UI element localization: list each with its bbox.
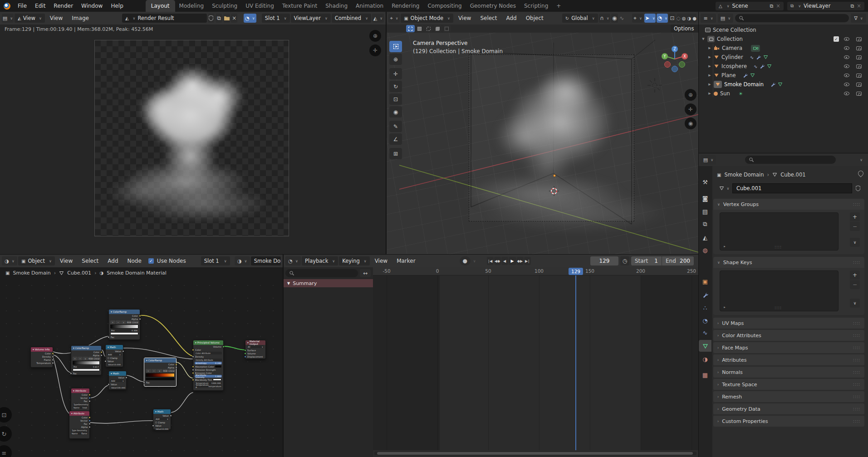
mode-dropdown[interactable]: ▣Object Mode∨: [401, 14, 453, 23]
node-math-1[interactable]: ▾Math Value Add∨ Clamp Value Value10.000: [105, 344, 123, 367]
render-result-image[interactable]: [94, 40, 289, 236]
add-menu[interactable]: Add: [103, 258, 122, 264]
filter-button[interactable]: ∇∨: [851, 14, 866, 23]
node-attribute-1[interactable]: ▾Attribute Color Vector Fac TypeGeometry…: [71, 388, 90, 412]
timeline-editor[interactable]: ◔∨ Playback∨ Keying∨ View Marker ● ∨ ∣◀ …: [284, 254, 699, 457]
panel-drag-dots-icon[interactable]: ::::: [853, 407, 860, 411]
tab-constraints[interactable]: ∿: [699, 327, 711, 339]
render-visibility-icon[interactable]: [856, 37, 862, 41]
data-type-button[interactable]: ∨: [716, 183, 732, 193]
eye-icon[interactable]: [844, 46, 849, 50]
properties-search-input[interactable]: [745, 156, 836, 164]
eye-icon[interactable]: [844, 83, 849, 86]
panel-drag-dots-icon[interactable]: ::::: [853, 260, 860, 265]
tab-scripting[interactable]: Scripting: [520, 3, 552, 9]
list-expand-icon[interactable]: ▸: [723, 245, 726, 248]
modifier-wrench-icon[interactable]: [756, 55, 761, 60]
eye-icon[interactable]: [844, 55, 849, 59]
camera-frame[interactable]: [469, 54, 634, 221]
shape-keys-list[interactable]: ▸ ::::: [720, 270, 839, 311]
driver-icon[interactable]: ∿: [750, 55, 754, 60]
camera-view-gizmo-icon[interactable]: ◉: [685, 118, 696, 129]
shading-mode-buttons[interactable]: ◌◍◑●: [677, 14, 696, 23]
panel-texture-space[interactable]: ›Texture Space::::: [713, 379, 864, 390]
material-name-field[interactable]: Smoke Domain Ma: [251, 256, 281, 265]
mesh-data-icon[interactable]: [778, 82, 783, 87]
remove-shape-key-button[interactable]: −: [850, 280, 860, 289]
tab-texture-paint[interactable]: Texture Paint: [278, 3, 321, 9]
modifier-wrench-icon[interactable]: [760, 64, 765, 69]
view-layer-selector[interactable]: ⧉∨ ViewLayer ⧉ ×: [787, 2, 864, 10]
menu-edit[interactable]: Edit: [31, 3, 49, 9]
transform-orientation-dropdown[interactable]: ↻Global∨: [562, 14, 598, 23]
driver-icon[interactable]: ∿: [754, 64, 757, 69]
breadcrumb-object[interactable]: Smoke Domain: [724, 172, 764, 178]
image-mode-dropdown[interactable]: ◭View∨: [15, 14, 45, 23]
current-frame-field[interactable]: 129: [590, 256, 618, 265]
properties-editor[interactable]: ▤∨ ∨ ⚒ ◙ ▤ ⧉ ◭ ◍ ▣ ∴ ◔ ∿ ◑ ▦ ▣ Smoke Dom…: [699, 153, 868, 457]
viewport-canvas[interactable]: Z Y X ⊕ ✛ ◉ Camera Perspective (129) Col…: [387, 25, 699, 254]
zoom-in-gizmo-icon[interactable]: ⊕: [369, 30, 381, 42]
list-expand-icon[interactable]: ▸: [723, 305, 726, 309]
image-editor[interactable]: ▤∨ ◭View∨ View Image ◭∨ Render Result ⧉ …: [0, 12, 386, 254]
select-mode-tweak[interactable]: [406, 25, 415, 32]
tab-world[interactable]: ◍: [699, 244, 711, 256]
node-colorramp-1[interactable]: ▾ColorRamp Color Alpha +−∨RGBLinear Pos0…: [108, 309, 140, 340]
shader-editor[interactable]: ◑∨ ▣Object∨ View Select Add Node ✓ Use N…: [0, 254, 283, 457]
mesh-data-icon[interactable]: [767, 64, 772, 69]
view-menu[interactable]: View: [371, 258, 392, 264]
row-collection[interactable]: ▼ Collection ✓: [699, 34, 868, 44]
panel-custom-properties[interactable]: ›Custom Properties::::: [713, 416, 864, 427]
node-material-output[interactable]: ▾Material Output All∨ Surface Volume Dis…: [245, 340, 266, 359]
blender-logo-icon[interactable]: [0, 3, 14, 10]
row-sun[interactable]: ▶ Sun ☀: [699, 89, 868, 98]
menu-file[interactable]: File: [14, 3, 31, 9]
row-scene-collection[interactable]: Scene Collection: [699, 25, 868, 34]
current-frame-badge[interactable]: 129: [569, 268, 583, 275]
tool-move[interactable]: ✛: [389, 68, 402, 79]
select-mode-paint[interactable]: [442, 25, 451, 32]
tab-render[interactable]: ◙: [699, 192, 711, 204]
image-datablock[interactable]: ◭∨ Render Result: [122, 14, 207, 23]
tool-add-cube[interactable]: ⊞: [389, 148, 402, 159]
fake-user-shield-button[interactable]: [852, 183, 864, 193]
shape-key-specials-button[interactable]: ∨: [850, 299, 860, 308]
jump-to-end-button[interactable]: ▶∣: [524, 257, 531, 265]
panel-shape-keys-header[interactable]: ∨ Shape Keys ::::: [713, 257, 864, 268]
scene-selector[interactable]: △∨ Scene ⧉ ×: [716, 2, 784, 10]
panel-attributes[interactable]: ›Attributes::::: [713, 354, 864, 365]
panel-drag-dots-icon[interactable]: ::::: [853, 333, 860, 338]
use-nodes-checkbox[interactable]: ✓: [148, 258, 154, 264]
render-visibility-icon[interactable]: [856, 55, 862, 59]
next-keyframe-button[interactable]: ◆▶: [517, 257, 524, 265]
editor-type-button[interactable]: ▤∨: [2, 14, 14, 23]
shader-type-dropdown[interactable]: ▣Object∨: [18, 256, 55, 265]
summary-channel[interactable]: ▼ Summary: [284, 279, 373, 287]
node-menu[interactable]: Node: [123, 258, 146, 264]
collection-checkbox-icon[interactable]: ✓: [834, 36, 839, 42]
play-reverse-button[interactable]: ◀: [501, 257, 508, 265]
render-visibility-icon[interactable]: [856, 74, 862, 78]
display-channels-button[interactable]: ◔∨: [244, 14, 256, 23]
panel-face-maps[interactable]: ›Face Maps::::: [713, 342, 864, 353]
mesh-data-icon[interactable]: [750, 73, 755, 78]
node-principled-volume[interactable]: ▾Principled Volume Volume Color Color At…: [193, 340, 224, 391]
tab-physics[interactable]: ◔: [699, 314, 711, 326]
use-preview-range-clock-icon[interactable]: ◷: [620, 256, 629, 265]
eye-icon[interactable]: [844, 92, 849, 95]
render-visibility-icon[interactable]: [856, 92, 862, 96]
fake-user-shield-icon[interactable]: [208, 14, 215, 23]
tab-object-data[interactable]: [699, 340, 711, 352]
tab-object[interactable]: ▣: [699, 275, 711, 287]
add-vertex-group-button[interactable]: +: [850, 212, 860, 221]
select-mode-box[interactable]: [415, 25, 424, 32]
select-menu[interactable]: Select: [78, 258, 103, 264]
add-workspace-button[interactable]: +: [552, 3, 565, 9]
slot-dropdown[interactable]: Slot 1∨: [262, 14, 290, 23]
timeline-canvas[interactable]: [373, 275, 699, 450]
unlink-image-icon[interactable]: ×: [231, 14, 237, 23]
viewport-3d[interactable]: ⌖∨ ▣Object Mode∨ View Select Add Object …: [387, 12, 699, 254]
panel-drag-dots-icon[interactable]: ::::: [853, 202, 860, 206]
remove-vertex-group-button[interactable]: −: [850, 222, 860, 231]
channel-search-input[interactable]: [285, 269, 358, 277]
